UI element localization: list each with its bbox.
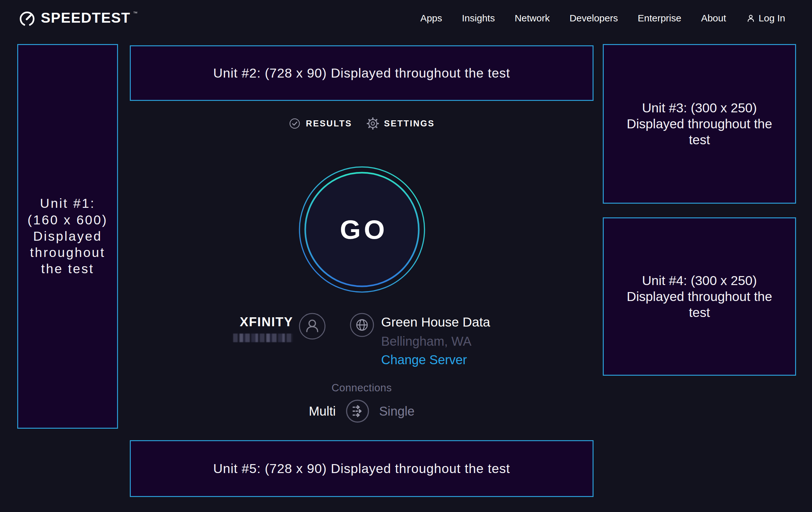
- gear-icon: [367, 117, 379, 130]
- avatar-icon: [299, 313, 326, 340]
- top-nav-bar: SPEEDTEST ™ Apps Insights Network Develo…: [0, 0, 812, 36]
- ad-unit-4[interactable]: Unit #4: (300 x 250) Displayed throughou…: [603, 217, 796, 376]
- server-name: Green House Data: [381, 315, 490, 330]
- logo-text: SPEEDTEST: [41, 9, 130, 27]
- go-label: GO: [298, 166, 426, 293]
- change-server-link[interactable]: Change Server: [381, 353, 467, 367]
- main-nav: Apps Insights Network Developers Enterpr…: [420, 13, 785, 24]
- logo-trademark: ™: [133, 10, 138, 16]
- ad-unit-1[interactable]: Unit #1: (160 x 600) Displayed throughou…: [17, 44, 118, 429]
- view-tabs: RESULTS SETTINGS: [130, 115, 593, 132]
- connections-toggle-icon[interactable]: [345, 399, 370, 423]
- speedometer-icon: [18, 9, 36, 28]
- connections-label: Connections: [130, 382, 593, 394]
- logo[interactable]: SPEEDTEST ™: [18, 9, 139, 28]
- ad-unit-1-label: Unit #1: (160 x 600) Displayed throughou…: [23, 195, 113, 277]
- nav-item-about[interactable]: About: [701, 13, 726, 24]
- check-circle-icon: [289, 117, 301, 130]
- ad-unit-2-label: Unit #2: (728 x 90) Displayed throughout…: [213, 65, 510, 81]
- settings-tab[interactable]: SETTINGS: [367, 117, 435, 130]
- results-tab-label: RESULTS: [306, 119, 352, 129]
- speedtest-page: SPEEDTEST ™ Apps Insights Network Develo…: [0, 0, 812, 512]
- nav-item-network[interactable]: Network: [515, 13, 550, 24]
- single-connections-option[interactable]: Single: [379, 404, 415, 419]
- nav-item-enterprise[interactable]: Enterprise: [638, 13, 681, 24]
- login-label: Log In: [759, 13, 785, 24]
- multi-connections-option[interactable]: Multi: [309, 404, 336, 419]
- ad-unit-3[interactable]: Unit #3: (300 x 250) Displayed throughou…: [603, 44, 796, 204]
- nav-item-apps[interactable]: Apps: [420, 13, 442, 24]
- ad-unit-5[interactable]: Unit #5: (728 x 90) Displayed throughout…: [130, 440, 593, 497]
- go-button[interactable]: GO: [298, 166, 426, 293]
- settings-tab-label: SETTINGS: [384, 119, 435, 129]
- ad-unit-3-label: Unit #3: (300 x 250) Displayed throughou…: [620, 100, 779, 148]
- nav-item-insights[interactable]: Insights: [462, 13, 495, 24]
- server-block: Green House Data Bellingham, WA Change S…: [350, 313, 490, 367]
- ad-unit-2[interactable]: Unit #2: (728 x 90) Displayed throughout…: [130, 45, 593, 101]
- login-button[interactable]: Log In: [746, 13, 785, 24]
- nav-item-developers[interactable]: Developers: [570, 13, 618, 24]
- connections-section: Connections Multi Single: [130, 382, 593, 423]
- server-location: Bellingham, WA: [381, 334, 490, 349]
- results-tab[interactable]: RESULTS: [289, 117, 352, 130]
- ad-unit-5-label: Unit #5: (728 x 90) Displayed throughout…: [213, 461, 510, 477]
- user-icon: [746, 14, 756, 23]
- connection-info: XFINITY Green House Data Bellingham, WA …: [130, 313, 593, 367]
- ad-unit-4-label: Unit #4: (300 x 250) Displayed throughou…: [620, 273, 779, 321]
- globe-icon: [350, 313, 374, 337]
- isp-block: XFINITY: [233, 313, 326, 367]
- isp-name: XFINITY: [233, 315, 293, 329]
- redacted-ip: [233, 333, 293, 342]
